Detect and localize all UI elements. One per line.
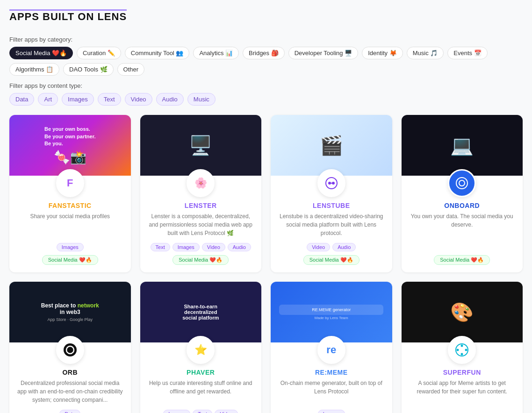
card-orb[interactable]: Best place to networkin web3 App Store ·… (9, 282, 131, 413)
category-filter-label: Filter apps by category: (9, 36, 523, 43)
card-body: LENSTUBE Lenstube is a decentralized vid… (271, 176, 392, 272)
card-tag: Text (151, 243, 170, 251)
card-tags: Data (59, 410, 80, 413)
card-rememe[interactable]: RE:MEME generator Made by Lens Team re R… (271, 282, 392, 413)
card-logo (448, 169, 476, 197)
category-filter-dao-tools[interactable]: DAO Tools 🌿 (63, 63, 114, 76)
category-filter-curation[interactable]: Curation ✏️ (77, 47, 121, 59)
card-name: FANSTASTIC (49, 202, 92, 209)
content-filter-audio[interactable]: Audio (156, 93, 184, 106)
content-filter-data[interactable]: Data (9, 93, 34, 106)
svg-point-10 (461, 353, 463, 356)
svg-point-2 (332, 182, 335, 185)
card-desc: Help us curate interesting stuff online … (148, 379, 254, 404)
category-filter-algorithms[interactable]: Algorithms 📋 (9, 63, 59, 76)
card-body: re RE:MEME On-chain meme generator, buil… (271, 342, 392, 413)
card-desc: You own your data. The social media you … (409, 212, 516, 246)
card-lenster[interactable]: 🖥️ 🌸 LENSTER Lenster is a composable, de… (140, 115, 262, 272)
card-body: F FANSTASTIC Share your social media pro… (9, 176, 131, 272)
svg-point-5 (459, 180, 465, 186)
card-logo: ⭐ (187, 336, 215, 364)
category-filter-community-tool[interactable]: Community Tool 👥 (125, 47, 190, 59)
category-filter-section: Filter apps by category: Social Media ❤️… (9, 36, 523, 76)
category-filter-tags: Social Media ❤️🔥Curation ✏️Community Too… (9, 47, 523, 76)
card-tag: Audio (228, 243, 251, 251)
card-tag: Images (163, 410, 190, 413)
card-image: Share-to-earndecentralizedsocial platfor… (140, 282, 262, 342)
card-fanstastic[interactable]: Be your own boss.Be your own partner.Be … (9, 115, 131, 272)
card-logo (56, 336, 84, 364)
card-name: LENSTUBE (313, 202, 350, 209)
card-name: SUPERFUN (443, 369, 481, 376)
card-tag: Video (307, 243, 330, 251)
card-logo (448, 336, 476, 364)
card-name: RE:MEME (315, 369, 348, 376)
category-filter-events[interactable]: Events 📅 (447, 47, 487, 59)
card-tag: Data (59, 410, 80, 413)
card-logo: 🌸 (187, 169, 215, 197)
card-image: Be your own boss.Be your own partner.Be … (9, 115, 131, 176)
svg-point-6 (64, 343, 77, 356)
card-tags: Images (57, 243, 84, 251)
card-onboard[interactable]: 💻 ONBOARD You own your data. The social … (402, 115, 523, 272)
card-tag: Images (57, 243, 84, 251)
card-tag: Images (173, 243, 200, 251)
card-image: 💻 (402, 115, 523, 176)
category-filter-developer-tooling[interactable]: Developer Tooling 🖥️ (288, 47, 358, 59)
card-name: LENSTER (185, 202, 217, 209)
card-image: Best place to networkin web3 App Store ·… (9, 282, 131, 342)
page-title: APPS BUILT ON LENS (9, 9, 127, 27)
card-category: Social Media ❤️🔥 (434, 255, 490, 265)
card-tag: Video (215, 410, 238, 413)
card-superfun[interactable]: 🎨 SUPERFUN A social app for Meme artists… (402, 282, 523, 413)
card-category: Social Media ❤️🔥 (42, 255, 98, 265)
card-tag: Video (202, 243, 225, 251)
card-name: ORB (62, 369, 78, 376)
category-filter-music[interactable]: Music 🎵 (407, 47, 444, 59)
card-image: 🖥️ (140, 115, 262, 176)
content-filter-music[interactable]: Music (187, 93, 216, 106)
card-desc: Share your social media profiles (30, 212, 110, 237)
card-body: ORB Decentralized professional social me… (9, 342, 131, 413)
svg-point-11 (457, 349, 459, 351)
card-phaver[interactable]: Share-to-earndecentralizedsocial platfor… (140, 282, 262, 413)
category-filter-social-media[interactable]: Social Media ❤️🔥 (9, 47, 73, 59)
card-desc: Lenster is a composable, decentralized, … (148, 212, 254, 237)
card-image: RE:MEME generator Made by Lens Team (271, 282, 392, 342)
card-body: 🌸 LENSTER Lenster is a composable, decen… (140, 176, 262, 272)
card-body: ONBOARD You own your data. The social me… (402, 176, 523, 272)
card-tags: VideoAudio (307, 243, 356, 251)
card-logo (317, 169, 345, 197)
page-container: APPS BUILT ON LENS Filter apps by catego… (9, 9, 523, 413)
svg-point-12 (465, 349, 467, 351)
category-filter-identity[interactable]: Identity 🦊 (362, 47, 403, 59)
content-filter-text[interactable]: Text (98, 93, 121, 106)
content-filter-section: Filter apps by content type: DataArtImag… (9, 82, 523, 106)
category-filter-other[interactable]: Other (117, 63, 145, 76)
card-desc: On-chain meme generator, built on top of… (278, 379, 385, 404)
svg-point-9 (461, 345, 463, 347)
svg-point-4 (456, 178, 467, 189)
content-filter-video[interactable]: Video (125, 93, 152, 106)
category-filter-bridges[interactable]: Bridges 🎒 (243, 47, 285, 59)
content-filter-tags: DataArtImagesTextVideoAudioMusic (9, 93, 523, 106)
card-image: 🎬 (271, 115, 392, 176)
card-body: ⭐ PHAVER Help us curate interesting stuf… (140, 342, 262, 413)
cards-grid: Be your own boss.Be your own partner.Be … (9, 115, 523, 413)
card-category: Social Media ❤️🔥 (173, 255, 229, 265)
card-tag: Audio (332, 243, 356, 251)
card-name: PHAVER (187, 369, 215, 376)
card-name: ONBOARD (444, 202, 480, 209)
card-lenstube[interactable]: 🎬 LENSTUBE Lenstube is a decentralized v… (271, 115, 392, 272)
content-filter-art[interactable]: Art (38, 93, 58, 106)
category-filter-analytics[interactable]: Analytics 📊 (193, 47, 239, 59)
content-filter-label: Filter apps by content type: (9, 82, 523, 89)
card-desc: Lenstube is a decentralized video-sharin… (278, 212, 385, 237)
card-image: 🎨 (402, 282, 523, 342)
card-body: SUPERFUN A social app for Meme artists t… (402, 342, 523, 413)
card-category: Social Media ❤️🔥 (303, 255, 359, 265)
card-tags: TextImagesVideoAudio (151, 243, 251, 251)
content-filter-images[interactable]: Images (62, 93, 94, 106)
card-desc: A social app for Meme artists to get rew… (409, 379, 516, 413)
card-logo: re (317, 336, 345, 364)
